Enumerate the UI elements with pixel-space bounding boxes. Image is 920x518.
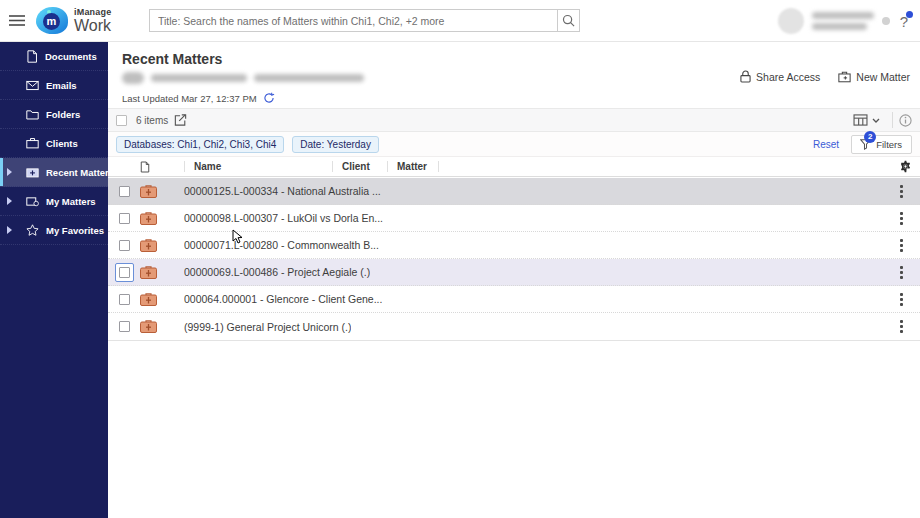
share-access-button[interactable]: Share Access — [740, 70, 820, 83]
matter-icon — [140, 266, 157, 279]
table-view-icon — [853, 114, 868, 126]
sidebar-item-emails[interactable]: Emails — [0, 71, 108, 100]
row-menu-kebab-icon[interactable] — [897, 263, 906, 282]
sidebar-item-label: Documents — [45, 51, 97, 62]
table-row[interactable]: 000064.000001 - Glencore - Client Gene..… — [108, 286, 920, 313]
column-settings-gear-icon[interactable] — [899, 160, 912, 173]
list-toolbar: 6 items — [108, 108, 920, 132]
search-input[interactable] — [149, 9, 557, 32]
filters-count-badge: 2 — [864, 131, 876, 143]
notification-dot — [906, 11, 913, 18]
expand-caret-icon[interactable] — [7, 168, 12, 176]
filters-button[interactable]: 2 Filters — [851, 135, 912, 154]
row-checkbox[interactable] — [119, 213, 130, 224]
search-icon — [562, 14, 575, 27]
column-header-matter[interactable]: Matter — [397, 161, 427, 172]
refresh-icon[interactable] — [263, 92, 275, 104]
global-search — [149, 9, 580, 32]
row-checkbox[interactable] — [119, 294, 130, 305]
table-row[interactable]: (9999-1) General Project Unicorn (.) — [108, 313, 920, 340]
sidebar-item-label: Clients — [46, 138, 78, 149]
avatar[interactable] — [778, 8, 804, 34]
redacted-breadcrumb — [122, 72, 364, 84]
sidebar-item-clients[interactable]: Clients — [0, 129, 108, 158]
sidebar-item-documents[interactable]: Documents — [0, 42, 108, 71]
folder-icon — [26, 109, 39, 120]
toolbar-divider — [892, 112, 893, 128]
imanage-logo-icon: m — [36, 7, 68, 34]
new-matter-button[interactable]: New Matter — [838, 71, 910, 83]
row-checkbox[interactable] — [119, 186, 130, 197]
sidebar-item-label: Recent Matters — [46, 167, 114, 178]
matter-name[interactable]: 000064.000001 - Glencore - Client Gene..… — [184, 293, 382, 305]
new-matter-label: New Matter — [856, 71, 910, 83]
redacted-username — [812, 12, 874, 30]
row-menu-kebab-icon[interactable] — [897, 209, 906, 228]
matter-icon — [140, 185, 157, 198]
table-row[interactable]: 00000098.L-000307 - LukOil vs Dorla En..… — [108, 205, 920, 232]
share-access-label: Share Access — [756, 71, 820, 83]
table-header: Name Client Matter — [108, 157, 920, 177]
expand-caret-icon[interactable] — [7, 197, 12, 205]
table-row[interactable]: 00000071.L-000280 - Commonwealth B... — [108, 232, 920, 259]
row-menu-kebab-icon[interactable] — [897, 182, 906, 201]
info-icon[interactable] — [899, 114, 912, 127]
matter-name[interactable]: (9999-1) General Project Unicorn (.) — [184, 321, 351, 333]
product-name: Work — [74, 18, 111, 34]
last-updated-text: Last Updated Mar 27, 12:37 PM — [122, 93, 257, 104]
select-all-checkbox[interactable] — [116, 115, 127, 126]
export-icon[interactable] — [174, 114, 187, 126]
reset-filters-link[interactable]: Reset — [813, 139, 839, 150]
table-row[interactable]: 00000125.L-000334 - National Australia .… — [108, 178, 920, 205]
items-count: 6 items — [136, 115, 168, 126]
filter-bar: Databases: Chi1, Chi2, Chi3, Chi4 Date: … — [108, 132, 920, 157]
sidebar-item-folders[interactable]: Folders — [0, 100, 108, 129]
row-menu-kebab-icon[interactable] — [897, 317, 906, 336]
table-row[interactable]: 00000069.L-000486 - Project Aegiale (.) — [108, 259, 920, 286]
sidebar: Documents Emails Folders Clients Recent … — [0, 42, 108, 518]
filter-chip-databases[interactable]: Databases: Chi1, Chi2, Chi3, Chi4 — [116, 136, 284, 153]
sidebar-item-my-favorites[interactable]: My Favorites — [0, 216, 108, 245]
row-checkbox[interactable] — [119, 240, 130, 251]
search-button[interactable] — [557, 9, 580, 32]
page-title: Recent Matters — [122, 51, 222, 67]
star-icon — [26, 224, 39, 236]
row-menu-kebab-icon[interactable] — [897, 236, 906, 255]
column-separator — [387, 161, 388, 172]
sidebar-item-label: My Favorites — [46, 225, 104, 236]
brand-name: iManage — [74, 8, 111, 17]
matter-icon — [140, 239, 157, 252]
user-menu-dot — [882, 17, 890, 25]
row-checkbox[interactable] — [119, 267, 130, 278]
filter-chip-date[interactable]: Date: Yesterday — [292, 136, 379, 153]
matter-name[interactable]: 00000098.L-000307 - LukOil vs Dorla En..… — [184, 212, 383, 224]
new-matter-icon — [838, 71, 851, 83]
hamburger-menu-icon[interactable] — [0, 14, 34, 27]
sidebar-item-my-matters[interactable]: My Matters — [0, 187, 108, 216]
matter-icon — [140, 320, 157, 333]
sidebar-item-label: Emails — [46, 80, 77, 91]
doc-type-column-icon[interactable] — [140, 161, 150, 173]
chevron-down-icon — [872, 118, 880, 123]
my-matters-icon — [26, 196, 39, 207]
view-toggle-button[interactable] — [847, 112, 886, 128]
column-separator — [184, 161, 185, 172]
main-content: Recent Matters Last Updated Mar 27, 12:3… — [108, 42, 920, 518]
checkbox-focus-ring — [115, 263, 134, 282]
row-checkbox[interactable] — [119, 321, 130, 332]
matter-name[interactable]: 00000071.L-000280 - Commonwealth B... — [184, 239, 379, 251]
column-header-name[interactable]: Name — [194, 161, 221, 172]
briefcase-icon — [26, 137, 39, 149]
topbar: m iManage Work ? — [0, 0, 920, 42]
sidebar-item-recent-matters[interactable]: Recent Matters — [0, 158, 108, 187]
matter-name[interactable]: 00000125.L-000334 - National Australia .… — [184, 185, 381, 197]
logo-letter: m — [43, 13, 60, 30]
matter-icon — [140, 212, 157, 225]
matter-name[interactable]: 00000069.L-000486 - Project Aegiale (.) — [184, 266, 370, 278]
filters-label: Filters — [876, 139, 902, 150]
row-menu-kebab-icon[interactable] — [897, 290, 906, 309]
column-header-client[interactable]: Client — [342, 161, 370, 172]
email-icon — [26, 80, 39, 91]
expand-caret-icon[interactable] — [7, 226, 12, 234]
help-button[interactable]: ? — [898, 13, 914, 30]
